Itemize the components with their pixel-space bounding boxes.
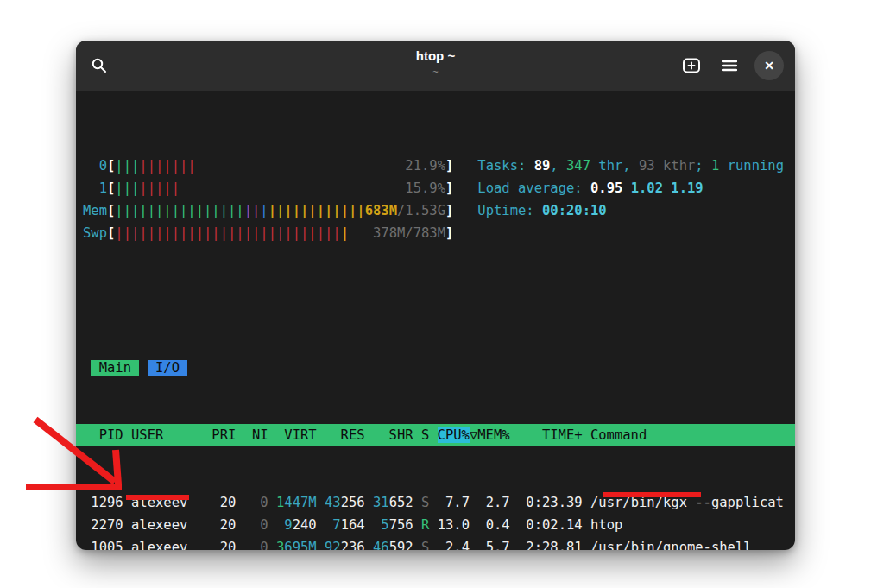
screen-tabs: Main I/O [76,357,795,379]
meters-section: 0[|||||||||| 21.9%] Tasks: 89, 347 thr, … [76,155,795,244]
hamburger-menu-icon [722,60,737,72]
menu-button[interactable] [718,56,741,75]
process-row[interactable]: 2270 alexeev 20 0 9240 7164 5756 R 13.0 … [76,514,795,536]
sort-direction-icon: ▽ [470,427,477,443]
new-tab-icon [682,58,701,73]
blank-line [76,289,795,312]
tab-main[interactable]: Main [91,360,139,376]
close-icon: ✕ [764,59,774,73]
close-button[interactable]: ✕ [754,51,784,80]
search-button[interactable] [87,54,111,78]
process-row[interactable]: 1296 alexeev 20 0 1447M 43256 31652 S 7.… [76,491,795,514]
meter-line: 1[|||||||| 15.9%] Load average: 0.95 1.0… [76,177,795,199]
titlebar[interactable]: htop ~ ~ [76,41,795,91]
new-tab-button[interactable] [678,54,704,77]
sort-column-cpu[interactable]: CPU% [438,427,470,443]
meter-line: Swp[||||||||||||||||||||||||||||| 378M/7… [76,222,795,244]
terminal-window: htop ~ ~ [76,41,795,550]
process-row[interactable]: 1005 alexeev 20 0 3695M 92236 46592 S 2.… [76,536,795,550]
htop-terminal[interactable]: 0[|||||||||| 21.9%] Tasks: 89, 347 thr, … [76,91,795,550]
meter-line: Mem[|||||||||||||||||||||||||||||||683M/… [76,199,795,222]
table-header[interactable]: PID USER PRI NI VIRT RES SHR S CPU%▽MEM%… [76,424,795,446]
search-icon [91,57,108,74]
process-table: 1296 alexeev 20 0 1447M 43256 31652 S 7.… [76,491,795,550]
meter-line: 0[|||||||||| 21.9%] Tasks: 89, 347 thr, … [76,155,795,177]
tab-i-o[interactable]: I/O [148,360,188,376]
